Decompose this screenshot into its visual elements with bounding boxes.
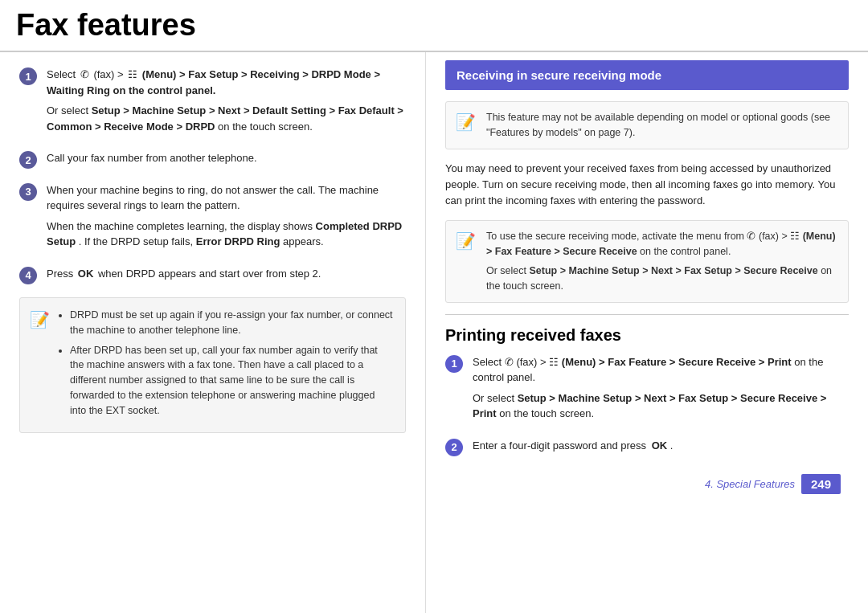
info-box: 📝 This feature may not be available depe… xyxy=(445,101,849,149)
fax-icon-3: ✆ xyxy=(505,356,517,368)
step-1-content: Select ✆ (fax) > ☷ (Menu) > Fax Setup > … xyxy=(47,67,406,139)
section2-title: Printing received faxes xyxy=(445,326,849,345)
menu-icon: ☷ xyxy=(128,67,137,83)
right-note-icon: 📝 xyxy=(456,229,476,253)
info-icon: 📝 xyxy=(456,110,476,134)
right-step-2-num: 2 xyxy=(445,439,463,456)
step-2-num: 2 xyxy=(19,151,37,169)
step-3-num: 3 xyxy=(19,183,37,201)
left-step-1: 1 Select ✆ (fax) > ☷ (Menu) > Fax Setup … xyxy=(19,67,406,139)
page-footer: 4. Special Features 249 xyxy=(445,469,849,499)
step-2-content: Call your fax number from another teleph… xyxy=(47,150,406,171)
footer-page-num: 249 xyxy=(801,474,841,494)
section-divider xyxy=(445,314,849,315)
step-4-content: Press OK when DRPD appears and start ove… xyxy=(47,266,406,287)
right-step-1: 1 Select ✆ (fax) > ☷ (Menu) > Fax Featur… xyxy=(445,354,849,427)
right-column: Receiving in secure receiving mode 📝 Thi… xyxy=(426,52,868,613)
left-step-4: 4 Press OK when DRPD appears and start o… xyxy=(19,266,406,287)
left-note-box: 📝 DRPD must be set up again if you re-as… xyxy=(19,297,406,433)
note-list: DRPD must be set up again if you re-assi… xyxy=(59,308,394,418)
menu-icon-2: ☷ xyxy=(790,231,800,242)
section1-header: Receiving in secure receiving mode xyxy=(445,60,849,90)
step-4-num: 4 xyxy=(19,267,37,284)
fax-phone-icon: ✆ xyxy=(80,67,89,83)
fax-icon-2: ✆ xyxy=(747,231,758,242)
left-column: 1 Select ✆ (fax) > ☷ (Menu) > Fax Setup … xyxy=(0,52,426,613)
step-1-num: 1 xyxy=(19,67,37,85)
page-title: Fax features xyxy=(0,0,868,52)
right-step-1-num: 1 xyxy=(445,355,463,373)
footer-label: 4. Special Features xyxy=(705,478,795,490)
left-step-3: 3 When your machine begins to ring, do n… xyxy=(19,182,406,255)
step-3-content: When your machine begins to ring, do not… xyxy=(47,182,406,255)
right-step-1-content: Select ✆ (fax) > ☷ (Menu) > Fax Feature … xyxy=(473,354,849,427)
left-step-2: 2 Call your fax number from another tele… xyxy=(19,150,406,171)
right-step-2-content: Enter a four-digit password and press OK… xyxy=(473,438,849,459)
menu-icon-3: ☷ xyxy=(549,356,559,368)
note-item-1: DRPD must be set up again if you re-assi… xyxy=(70,308,394,338)
right-step-2: 2 Enter a four-digit password and press … xyxy=(445,438,849,459)
right-note-box: 📝 To use the secure receiving mode, acti… xyxy=(445,220,849,303)
body-text-1: You may need to prevent your received fa… xyxy=(445,161,849,209)
note-icon: 📝 xyxy=(30,308,50,332)
note-item-2: After DRPD has been set up, call your fa… xyxy=(70,343,394,419)
